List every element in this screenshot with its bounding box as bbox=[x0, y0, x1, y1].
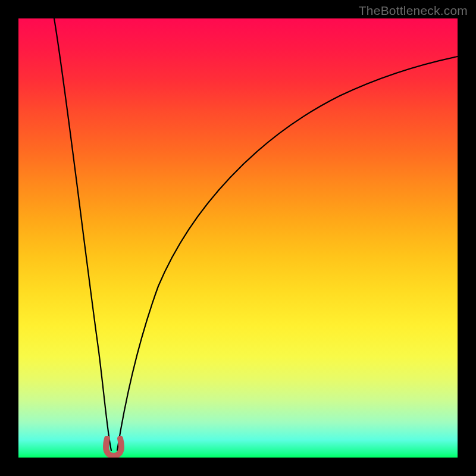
bottleneck-curve bbox=[18, 18, 458, 458]
watermark-text: TheBottleneck.com bbox=[359, 4, 468, 18]
chart-frame: TheBottleneck.com bbox=[0, 0, 476, 476]
curve-right-branch bbox=[117, 57, 458, 450]
chart-plot-area bbox=[18, 18, 458, 458]
minimum-marker-icon bbox=[101, 436, 126, 458]
curve-left-branch bbox=[54, 18, 111, 450]
